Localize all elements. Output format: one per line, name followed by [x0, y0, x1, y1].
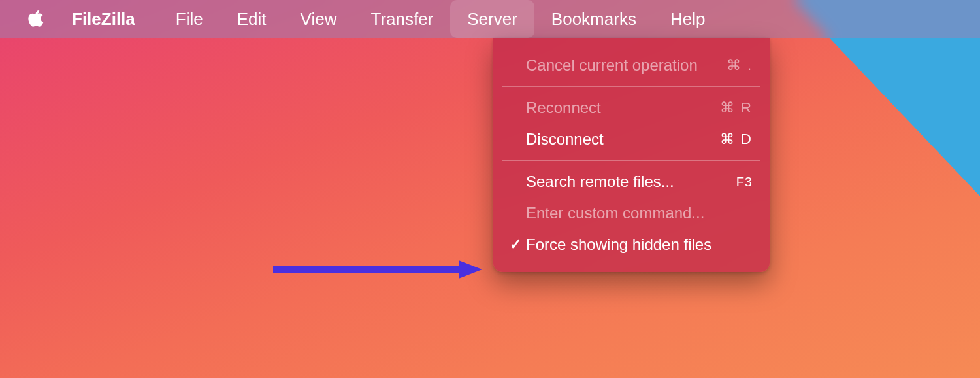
- menu-item-shortcut: ⌘ .: [727, 57, 753, 74]
- menu-separator: [502, 160, 760, 161]
- server-dropdown: Cancel current operation ⌘ . Reconnect ⌘…: [493, 38, 770, 272]
- menubar-item-view[interactable]: View: [284, 0, 354, 38]
- menu-item-label: Enter custom command...: [523, 204, 753, 222]
- menubar-item-file[interactable]: File: [159, 0, 220, 38]
- menubar: FileZilla File Edit View Transfer Server…: [0, 0, 980, 38]
- menubar-item-help[interactable]: Help: [653, 0, 722, 38]
- menubar-item-server[interactable]: Server: [450, 0, 534, 38]
- menu-item-reconnect: Reconnect ⌘ R: [493, 92, 770, 124]
- menu-item-label: Reconnect: [523, 99, 720, 117]
- menu-item-custom-command: Enter custom command...: [493, 198, 770, 229]
- svg-marker-1: [459, 260, 482, 279]
- desktop: FileZilla File Edit View Transfer Server…: [0, 0, 980, 378]
- menubar-item-bookmarks[interactable]: Bookmarks: [534, 0, 653, 38]
- menu-item-label: Cancel current operation: [523, 56, 727, 75]
- check-icon: ✓: [508, 236, 523, 253]
- menu-item-label: Disconnect: [523, 130, 720, 148]
- menu-separator: [502, 86, 760, 87]
- menu-item-cancel-operation: Cancel current operation ⌘ .: [493, 50, 770, 81]
- menu-item-force-hidden-files[interactable]: ✓ Force showing hidden files: [493, 229, 770, 260]
- menu-item-label: Search remote files...: [523, 173, 736, 191]
- menubar-app-name[interactable]: FileZilla: [72, 0, 152, 38]
- menu-item-shortcut: ⌘ D: [720, 131, 753, 148]
- menubar-item-edit[interactable]: Edit: [220, 0, 284, 38]
- menu-item-shortcut: ⌘ R: [720, 99, 753, 116]
- menu-item-label: Force showing hidden files: [523, 235, 753, 254]
- menu-item-shortcut: F3: [736, 175, 753, 190]
- menu-item-disconnect[interactable]: Disconnect ⌘ D: [493, 124, 770, 155]
- apple-logo-icon[interactable]: [26, 9, 46, 29]
- annotation-arrow-icon: [273, 259, 482, 280]
- menu-item-search-remote[interactable]: Search remote files... F3: [493, 166, 770, 198]
- menubar-item-transfer[interactable]: Transfer: [353, 0, 450, 38]
